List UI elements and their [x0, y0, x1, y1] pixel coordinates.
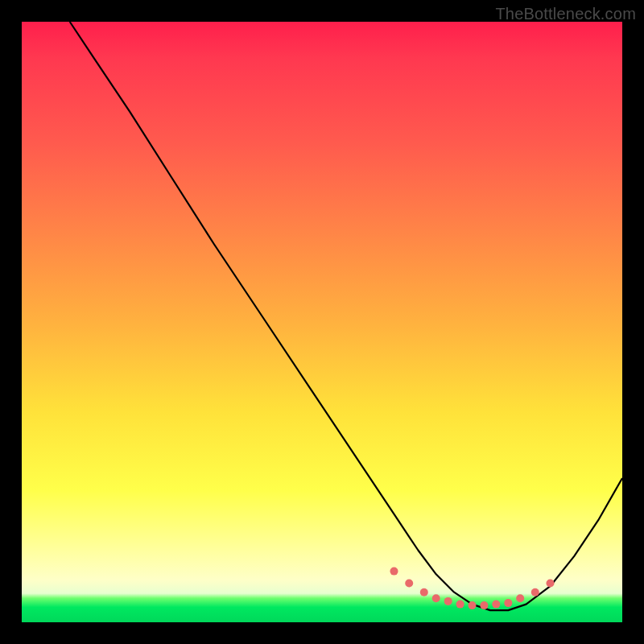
curve-svg [22, 22, 622, 622]
highlight-dot [504, 599, 512, 607]
highlight-dot [516, 594, 524, 602]
highlight-dot [480, 601, 488, 609]
highlight-dot [469, 601, 477, 609]
highlight-dot [420, 588, 428, 597]
highlight-dot [547, 580, 555, 588]
highlight-dot [390, 568, 398, 576]
highlight-dot [531, 588, 539, 597]
highlight-dot [405, 580, 413, 588]
chart-frame: TheBottleneck.com [0, 0, 644, 644]
bottleneck-curve-path [70, 22, 622, 610]
highlight-dot [492, 601, 500, 609]
highlight-dot [456, 601, 464, 609]
highlight-dot [444, 597, 452, 605]
watermark-text: TheBottleneck.com [495, 5, 636, 23]
plot-area [22, 22, 622, 622]
highlight-dot [432, 594, 440, 602]
highlight-dots-group [390, 568, 555, 610]
